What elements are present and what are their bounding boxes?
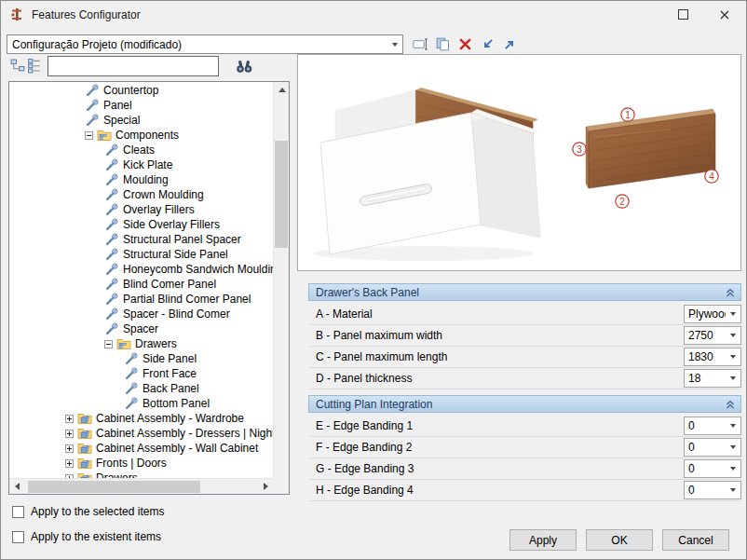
tree-item[interactable]: Special	[10, 113, 274, 128]
expander-minus-icon[interactable]	[104, 340, 113, 348]
close-button[interactable]	[703, 1, 745, 28]
tree-item-label: Cabinet Assembly - Wardrobe	[96, 412, 246, 425]
export-config-icon[interactable]	[500, 34, 519, 53]
expand-all-icon[interactable]	[10, 58, 26, 74]
feature-icon	[104, 233, 119, 246]
tree-item-label: Side Panel	[143, 352, 198, 365]
rename-config-icon[interactable]	[411, 34, 429, 53]
maximize-button[interactable]	[662, 1, 704, 28]
section-header[interactable]: Drawer's Back Panel	[308, 283, 741, 301]
search-input[interactable]	[48, 56, 219, 76]
tree-item-label: Structural Side Panel	[123, 248, 230, 261]
parameter-value: 18	[685, 372, 726, 385]
import-config-icon[interactable]	[478, 34, 496, 53]
checkbox[interactable]	[12, 506, 24, 518]
config-select[interactable]: Configuração Projeto (modificado)	[7, 34, 403, 54]
maximize-icon	[678, 9, 688, 20]
expander-plus-icon[interactable]	[65, 430, 74, 438]
tree-item[interactable]: Side Overlay Fillers	[10, 217, 274, 232]
tree-item[interactable]: Structural Side Panel	[10, 247, 274, 262]
assembly-icon	[77, 427, 92, 440]
feature-icon	[104, 248, 119, 261]
tree-item[interactable]: Cabinet Assembly - Dressers | Nightstand	[10, 426, 274, 441]
tree-item[interactable]: Front Face	[10, 366, 274, 381]
tree-item[interactable]: Moulding	[10, 172, 274, 187]
tree-item-label: Overlay Fillers	[123, 203, 197, 216]
copy-config-icon[interactable]	[433, 34, 452, 53]
expander-plus-icon[interactable]	[65, 459, 74, 468]
cancel-button[interactable]: Cancel	[662, 529, 729, 551]
folder-icon	[116, 337, 131, 350]
title-bar: Features Configurator	[1, 1, 746, 29]
tree-item-label: Crown Moulding	[123, 188, 206, 201]
parameter-select[interactable]: Plywood	[684, 305, 741, 323]
tree-item[interactable]: Panel	[10, 98, 274, 113]
scroll-up-button[interactable]	[274, 82, 290, 97]
checkbox[interactable]	[12, 531, 24, 543]
feature-icon	[104, 158, 119, 171]
parameter-select[interactable]: 0	[684, 459, 741, 478]
assembly-icon	[77, 442, 92, 455]
collapse-section-icon[interactable]	[724, 398, 737, 411]
tree-item[interactable]: Cleats	[10, 143, 274, 157]
scroll-right-button[interactable]	[258, 479, 274, 494]
collapse-all-icon[interactable]	[27, 58, 43, 74]
tree-vertical-scrollbar[interactable]	[273, 82, 289, 494]
tree-horizontal-scrollbar[interactable]	[9, 478, 274, 494]
checkbox-label: Apply to the selected items	[31, 505, 164, 518]
tree-item[interactable]: Partial Blind Comer Panel	[10, 292, 274, 307]
parameter-select[interactable]: 0	[684, 481, 741, 499]
tree-item[interactable]: Countertop	[10, 83, 274, 98]
tree-item[interactable]: Back Panel	[10, 381, 274, 396]
parameter-select[interactable]: 1830	[684, 348, 741, 366]
tree-item-label: Structural Panel Spacer	[123, 233, 243, 246]
tree-item[interactable]: Components	[10, 128, 274, 143]
parameter-select[interactable]: 0	[684, 417, 741, 435]
parameter-label: A - Material	[308, 307, 684, 321]
parameter-select[interactable]: 2750	[684, 326, 741, 345]
tree-item[interactable]: Crown Moulding	[10, 187, 274, 202]
tree-item[interactable]: Cabinet Assembly - Wall Cabinet	[10, 441, 274, 456]
tree-item[interactable]: Structural Panel Spacer	[10, 232, 274, 247]
expander-plus-icon[interactable]	[65, 444, 74, 453]
horizontal-scrollbar-thumb[interactable]	[28, 481, 200, 493]
svg-text:2: 2	[619, 197, 625, 207]
feature-icon	[85, 114, 100, 127]
section-title: Drawer's Back Panel	[316, 286, 724, 299]
tree-item[interactable]: Overlay Fillers	[10, 202, 274, 217]
delete-config-icon[interactable]	[455, 34, 474, 53]
feature-icon	[124, 382, 139, 395]
tree-item[interactable]: Bottom Panel	[10, 396, 274, 411]
parameter-select[interactable]: 0	[684, 438, 741, 457]
tree-item[interactable]: Fronts | Doors	[10, 456, 274, 471]
cancel-button-label: Cancel	[678, 534, 713, 547]
tree-item[interactable]: Drawers	[10, 336, 274, 351]
tree-item[interactable]: Blind Comer Panel	[10, 277, 274, 292]
expander-plus-icon[interactable]	[65, 415, 74, 423]
app-icon	[9, 7, 24, 22]
tree-item-label: Cabinet Assembly - Wall Cabinet	[96, 442, 260, 455]
apply-button[interactable]: Apply	[509, 529, 577, 551]
folder-icon	[97, 129, 112, 142]
tree-item[interactable]: Side Panel	[10, 351, 274, 366]
vertical-scrollbar-thumb[interactable]	[275, 141, 288, 248]
scroll-left-button[interactable]	[9, 479, 25, 494]
tree-item[interactable]: Kick Plate	[10, 157, 274, 172]
apply-checkbox-row[interactable]: Apply to the existent items	[12, 530, 164, 543]
collapse-section-icon[interactable]	[724, 286, 737, 299]
parameter-label: D - Panel thickness	[308, 372, 684, 385]
tree-item[interactable]: Spacer - Blind Comer	[10, 307, 274, 321]
expander-minus-icon[interactable]	[85, 131, 93, 140]
find-icon[interactable]	[232, 56, 256, 76]
parameter-select[interactable]: 18	[684, 369, 741, 388]
apply-button-label: Apply	[529, 534, 557, 547]
tree-item[interactable]: Cabinet Assembly - Wardrobe	[10, 411, 274, 426]
tree-item[interactable]: Spacer	[10, 321, 274, 336]
ok-button[interactable]: OK	[586, 529, 653, 551]
feature-icon	[104, 203, 119, 216]
tree-item-label: Honeycomb Sandwich Moulding	[123, 263, 274, 276]
section-header[interactable]: Cutting Plan Integration	[308, 395, 741, 413]
apply-checkbox-row[interactable]: Apply to the selected items	[12, 505, 164, 518]
chevron-down-icon	[726, 312, 740, 316]
tree-item[interactable]: Honeycomb Sandwich Moulding	[10, 262, 274, 277]
